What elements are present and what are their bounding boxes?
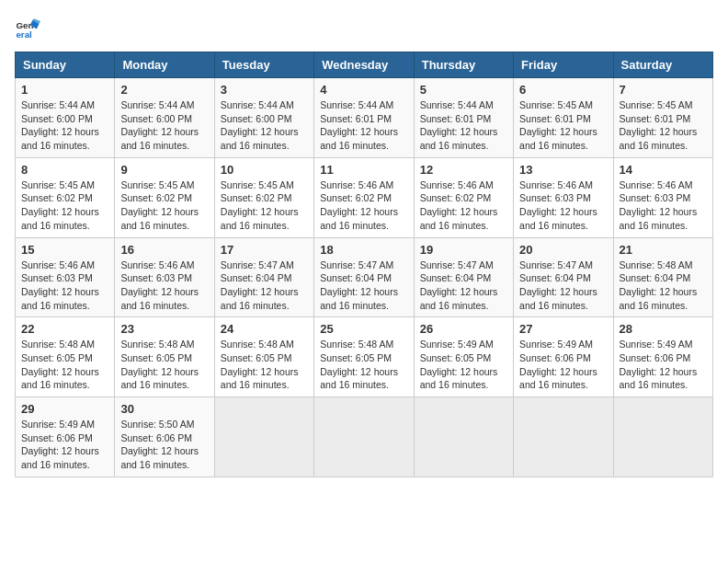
day-number: 3 <box>221 83 308 97</box>
calendar-cell: 5 Sunrise: 5:44 AM Sunset: 6:01 PM Dayli… <box>414 78 513 158</box>
day-number: 13 <box>519 163 607 177</box>
day-info: Sunrise: 5:44 AM Sunset: 6:01 PM Dayligh… <box>320 98 407 153</box>
calendar-cell: 2 Sunrise: 5:44 AM Sunset: 6:00 PM Dayli… <box>115 78 214 158</box>
calendar-cell: 13 Sunrise: 5:46 AM Sunset: 6:03 PM Dayl… <box>514 157 613 237</box>
weekday-row: SundayMondayTuesdayWednesdayThursdayFrid… <box>16 52 713 78</box>
day-info: Sunrise: 5:46 AM Sunset: 6:03 PM Dayligh… <box>519 178 607 233</box>
day-number: 26 <box>420 322 507 336</box>
calendar-body: 1 Sunrise: 5:44 AM Sunset: 6:00 PM Dayli… <box>16 78 713 477</box>
calendar-cell: 4 Sunrise: 5:44 AM Sunset: 6:01 PM Dayli… <box>314 78 414 158</box>
calendar-cell <box>514 397 613 477</box>
calendar-cell: 25 Sunrise: 5:48 AM Sunset: 6:05 PM Dayl… <box>314 317 414 397</box>
day-info: Sunrise: 5:46 AM Sunset: 6:03 PM Dayligh… <box>620 178 707 233</box>
calendar-cell: 9 Sunrise: 5:45 AM Sunset: 6:02 PM Dayli… <box>115 157 214 237</box>
day-info: Sunrise: 5:44 AM Sunset: 6:00 PM Dayligh… <box>120 98 208 153</box>
calendar-cell: 1 Sunrise: 5:44 AM Sunset: 6:00 PM Dayli… <box>16 78 115 158</box>
day-info: Sunrise: 5:45 AM Sunset: 6:02 PM Dayligh… <box>120 178 208 233</box>
day-info: Sunrise: 5:48 AM Sunset: 6:05 PM Dayligh… <box>320 338 407 392</box>
day-info: Sunrise: 5:47 AM Sunset: 6:04 PM Dayligh… <box>320 259 407 313</box>
day-info: Sunrise: 5:48 AM Sunset: 6:04 PM Dayligh… <box>620 259 707 313</box>
calendar-cell: 21 Sunrise: 5:48 AM Sunset: 6:04 PM Dayl… <box>613 237 712 317</box>
day-number: 2 <box>120 83 208 97</box>
calendar-cell <box>414 397 513 477</box>
day-number: 17 <box>221 243 308 257</box>
calendar-week-1: 1 Sunrise: 5:44 AM Sunset: 6:00 PM Dayli… <box>16 78 713 158</box>
weekday-header-friday: Friday <box>514 52 613 78</box>
day-number: 30 <box>120 402 208 416</box>
day-number: 18 <box>320 243 407 257</box>
day-number: 5 <box>420 83 507 97</box>
calendar-cell <box>214 397 313 477</box>
header: Gen eral <box>15 15 713 40</box>
day-number: 10 <box>221 163 308 177</box>
calendar-cell: 10 Sunrise: 5:45 AM Sunset: 6:02 PM Dayl… <box>214 157 313 237</box>
day-number: 14 <box>620 163 707 177</box>
day-info: Sunrise: 5:44 AM Sunset: 6:01 PM Dayligh… <box>420 98 507 153</box>
calendar-cell: 18 Sunrise: 5:47 AM Sunset: 6:04 PM Dayl… <box>314 237 414 317</box>
day-info: Sunrise: 5:47 AM Sunset: 6:04 PM Dayligh… <box>420 259 507 313</box>
weekday-header-sunday: Sunday <box>16 52 115 78</box>
day-info: Sunrise: 5:49 AM Sunset: 6:06 PM Dayligh… <box>21 418 108 472</box>
calendar-cell: 23 Sunrise: 5:48 AM Sunset: 6:05 PM Dayl… <box>115 317 214 397</box>
weekday-header-saturday: Saturday <box>613 52 712 78</box>
calendar-cell: 15 Sunrise: 5:46 AM Sunset: 6:03 PM Dayl… <box>16 237 115 317</box>
day-info: Sunrise: 5:44 AM Sunset: 6:00 PM Dayligh… <box>21 98 108 153</box>
day-number: 29 <box>21 402 108 416</box>
day-number: 24 <box>221 322 308 336</box>
calendar-cell: 27 Sunrise: 5:49 AM Sunset: 6:06 PM Dayl… <box>514 317 613 397</box>
calendar-cell: 8 Sunrise: 5:45 AM Sunset: 6:02 PM Dayli… <box>16 157 115 237</box>
day-info: Sunrise: 5:47 AM Sunset: 6:04 PM Dayligh… <box>519 259 607 313</box>
calendar-week-3: 15 Sunrise: 5:46 AM Sunset: 6:03 PM Dayl… <box>16 237 713 317</box>
calendar-cell: 3 Sunrise: 5:44 AM Sunset: 6:00 PM Dayli… <box>214 78 313 158</box>
day-info: Sunrise: 5:49 AM Sunset: 6:06 PM Dayligh… <box>620 338 707 392</box>
svg-text:eral: eral <box>16 29 32 40</box>
logo: Gen eral <box>15 15 44 40</box>
day-info: Sunrise: 5:45 AM Sunset: 6:02 PM Dayligh… <box>21 178 108 233</box>
calendar-cell: 28 Sunrise: 5:49 AM Sunset: 6:06 PM Dayl… <box>613 317 712 397</box>
day-info: Sunrise: 5:48 AM Sunset: 6:05 PM Dayligh… <box>221 338 308 392</box>
day-number: 9 <box>120 163 208 177</box>
day-info: Sunrise: 5:46 AM Sunset: 6:02 PM Dayligh… <box>320 178 407 233</box>
day-number: 4 <box>320 83 407 97</box>
day-info: Sunrise: 5:49 AM Sunset: 6:05 PM Dayligh… <box>420 338 507 392</box>
day-info: Sunrise: 5:47 AM Sunset: 6:04 PM Dayligh… <box>221 259 308 313</box>
calendar-header: SundayMondayTuesdayWednesdayThursdayFrid… <box>16 52 713 78</box>
calendar-week-4: 22 Sunrise: 5:48 AM Sunset: 6:05 PM Dayl… <box>16 317 713 397</box>
day-number: 8 <box>21 163 108 177</box>
day-number: 25 <box>320 322 407 336</box>
calendar-cell: 16 Sunrise: 5:46 AM Sunset: 6:03 PM Dayl… <box>115 237 214 317</box>
weekday-header-wednesday: Wednesday <box>314 52 414 78</box>
day-info: Sunrise: 5:45 AM Sunset: 6:01 PM Dayligh… <box>519 98 607 153</box>
calendar-cell: 19 Sunrise: 5:47 AM Sunset: 6:04 PM Dayl… <box>414 237 513 317</box>
day-info: Sunrise: 5:46 AM Sunset: 6:03 PM Dayligh… <box>21 259 108 313</box>
day-info: Sunrise: 5:45 AM Sunset: 6:01 PM Dayligh… <box>620 98 707 153</box>
day-info: Sunrise: 5:50 AM Sunset: 6:06 PM Dayligh… <box>120 418 208 472</box>
calendar-cell: 30 Sunrise: 5:50 AM Sunset: 6:06 PM Dayl… <box>115 397 214 477</box>
calendar-cell: 20 Sunrise: 5:47 AM Sunset: 6:04 PM Dayl… <box>514 237 613 317</box>
calendar-cell: 17 Sunrise: 5:47 AM Sunset: 6:04 PM Dayl… <box>214 237 313 317</box>
day-number: 28 <box>620 322 707 336</box>
calendar-cell: 12 Sunrise: 5:46 AM Sunset: 6:02 PM Dayl… <box>414 157 513 237</box>
day-number: 12 <box>420 163 507 177</box>
calendar-cell: 29 Sunrise: 5:49 AM Sunset: 6:06 PM Dayl… <box>16 397 115 477</box>
calendar-week-5: 29 Sunrise: 5:49 AM Sunset: 6:06 PM Dayl… <box>16 397 713 477</box>
weekday-header-tuesday: Tuesday <box>214 52 313 78</box>
day-number: 23 <box>120 322 208 336</box>
calendar-cell <box>314 397 414 477</box>
day-number: 19 <box>420 243 507 257</box>
day-info: Sunrise: 5:44 AM Sunset: 6:00 PM Dayligh… <box>221 98 308 153</box>
calendar-cell: 7 Sunrise: 5:45 AM Sunset: 6:01 PM Dayli… <box>613 78 712 158</box>
day-number: 22 <box>21 322 108 336</box>
day-number: 27 <box>519 322 607 336</box>
day-number: 6 <box>519 83 607 97</box>
day-number: 11 <box>320 163 407 177</box>
day-info: Sunrise: 5:46 AM Sunset: 6:02 PM Dayligh… <box>420 178 507 233</box>
calendar-table: SundayMondayTuesdayWednesdayThursdayFrid… <box>15 52 713 477</box>
calendar-week-2: 8 Sunrise: 5:45 AM Sunset: 6:02 PM Dayli… <box>16 157 713 237</box>
calendar-cell: 11 Sunrise: 5:46 AM Sunset: 6:02 PM Dayl… <box>314 157 414 237</box>
calendar-cell: 24 Sunrise: 5:48 AM Sunset: 6:05 PM Dayl… <box>214 317 313 397</box>
calendar-cell: 26 Sunrise: 5:49 AM Sunset: 6:05 PM Dayl… <box>414 317 513 397</box>
day-info: Sunrise: 5:48 AM Sunset: 6:05 PM Dayligh… <box>21 338 108 392</box>
weekday-header-monday: Monday <box>115 52 214 78</box>
calendar-cell: 14 Sunrise: 5:46 AM Sunset: 6:03 PM Dayl… <box>613 157 712 237</box>
